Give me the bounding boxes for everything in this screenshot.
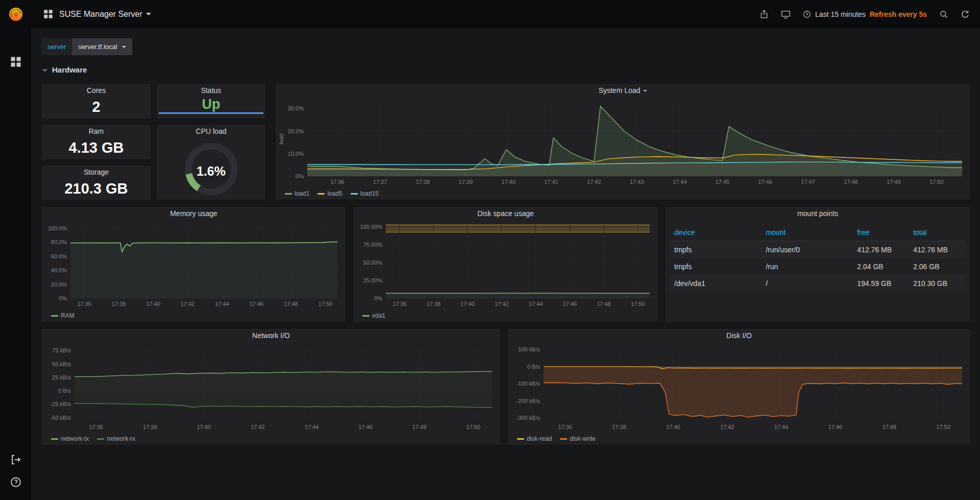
col-header-free[interactable]: free	[853, 224, 909, 241]
col-header-total[interactable]: total	[909, 224, 965, 241]
sidebar	[0, 0, 31, 500]
panel-title[interactable]: CPU load	[157, 125, 265, 138]
panel-title[interactable]: System Load	[276, 84, 970, 98]
svg-text:20.0%: 20.0%	[288, 128, 304, 134]
svg-text:17:45: 17:45	[716, 179, 730, 185]
search-icon[interactable]	[939, 10, 948, 19]
svg-text:-25 kB/s: -25 kB/s	[51, 401, 71, 407]
legend-item-network-rx[interactable]: network-rx	[97, 435, 135, 442]
time-picker[interactable]: Last 15 minutes Refresh every 5s	[803, 10, 927, 18]
dashboard-title[interactable]: SUSE Manager Server	[59, 10, 142, 19]
legend-item-disk-read[interactable]: disk-read	[517, 435, 552, 442]
table-cell: 2.06 GB	[909, 258, 965, 275]
legend-item-disk-write[interactable]: disk-write	[560, 435, 596, 442]
col-header-device[interactable]: device	[670, 224, 762, 241]
legend-item-vda1[interactable]: vda1	[362, 312, 385, 319]
svg-text:17:36: 17:36	[330, 179, 345, 185]
table-cell: /dev/vda1	[670, 275, 762, 292]
svg-text:0%: 0%	[296, 173, 304, 179]
row-title: Hardware	[52, 65, 87, 74]
memory-chart[interactable]: 0%20.0%40.0%60.0%80.0%100.0%17:3617:3817…	[44, 221, 341, 308]
svg-text:17:40: 17:40	[197, 424, 211, 430]
stat-value: Up	[157, 97, 265, 112]
svg-text:17:38: 17:38	[143, 424, 157, 430]
svg-text:17:46: 17:46	[828, 424, 843, 430]
legend-swatch	[362, 315, 370, 317]
help-icon[interactable]	[0, 471, 31, 493]
legend-label: load1	[295, 190, 309, 197]
panel-title[interactable]: Ram	[42, 125, 151, 138]
svg-text:load: load	[278, 134, 284, 145]
system-load-chart[interactable]: 0%10.0%20.0%30.0%17:3617:3717:3817:3917:…	[278, 98, 966, 186]
dashboard-grid-icon[interactable]	[43, 9, 53, 19]
svg-text:0%: 0%	[374, 295, 382, 301]
legend-item-load15[interactable]: load15	[351, 190, 379, 197]
svg-text:100.0%: 100.0%	[48, 225, 67, 231]
svg-text:17:37: 17:37	[373, 179, 387, 185]
disk-space-chart[interactable]: 0%25.00%50.00%75.00%100.00%17:3617:3817:…	[355, 221, 654, 308]
svg-text:75 kB/s: 75 kB/s	[52, 347, 71, 353]
sign-in-icon[interactable]	[0, 448, 31, 471]
chart-canvas[interactable]: 0%10.0%20.0%30.0%17:3617:3717:3817:3917:…	[278, 98, 966, 186]
apps-grid-icon[interactable]	[0, 51, 31, 73]
table-cell: 412.76 MB	[909, 241, 965, 258]
legend-item-network-tx[interactable]: network-tx	[51, 435, 89, 442]
table-cell: /run	[762, 258, 853, 275]
tv-icon[interactable]	[781, 10, 791, 19]
chart-canvas[interactable]: 0%20.0%40.0%60.0%80.0%100.0%17:3617:3817…	[44, 221, 341, 308]
table-cell: 194.59 GB	[853, 275, 909, 292]
legend-item-load5[interactable]: load5	[317, 190, 342, 197]
share-icon[interactable]	[760, 10, 769, 19]
panel-memory-usage: Memory usage 0%20.0%40.0%60.0%80.0%100.0…	[41, 206, 346, 322]
legend-item-load1[interactable]: load1	[285, 190, 309, 197]
svg-text:17:40: 17:40	[501, 179, 516, 185]
svg-text:17:40: 17:40	[460, 301, 475, 307]
col-header-mount[interactable]: mount	[762, 224, 853, 241]
panel-disk-space: Disk space usage 0%25.00%50.00%75.00%100…	[353, 206, 658, 322]
svg-text:17:50: 17:50	[929, 179, 944, 185]
svg-text:17:38: 17:38	[427, 301, 441, 307]
svg-text:100 kB/s: 100 kB/s	[518, 346, 540, 352]
disk-io-legend: disk-readdisk-write	[517, 435, 596, 442]
panel-title[interactable]: Disk I/O	[508, 329, 970, 343]
row-header-hardware[interactable]: Hardware	[42, 65, 87, 74]
legend-swatch	[351, 193, 358, 195]
panel-title[interactable]: mount points	[665, 207, 970, 221]
chevron-down-icon	[42, 67, 48, 73]
table-cell: 2.04 GB	[853, 258, 909, 275]
grafana-logo[interactable]	[0, 0, 31, 28]
variable-value-dropdown[interactable]: server.tf.local	[72, 38, 132, 55]
chart-canvas[interactable]: 100 kB/s0 B/s-100 kB/s-200 kB/s-300 kB/s…	[510, 343, 966, 432]
panel-title[interactable]: Disk space usage	[353, 207, 658, 221]
memory-legend: RAM	[51, 312, 75, 319]
svg-text:-50 kB/s: -50 kB/s	[51, 415, 71, 421]
panel-system-load: System Load 0%10.0%20.0%30.0%17:3617:371…	[275, 83, 971, 200]
svg-text:17:40: 17:40	[666, 424, 680, 430]
svg-text:17:50: 17:50	[318, 301, 333, 307]
system-load-legend: load1load5load15	[285, 190, 379, 197]
panel-title[interactable]: Status	[157, 84, 265, 98]
svg-text:17:36: 17:36	[558, 424, 573, 430]
svg-text:17:44: 17:44	[215, 301, 229, 307]
legend-label: network-tx	[61, 435, 89, 442]
panel-ram: Ram 4.13 GB	[41, 124, 151, 160]
network-io-chart[interactable]: 75 kB/s50 kB/s25 kB/s0 B/s-25 kB/s-50 kB…	[44, 343, 496, 432]
panel-title[interactable]: Storage	[42, 165, 151, 179]
gauge-value: 1.6%	[157, 164, 265, 179]
panel-title[interactable]: Network I/O	[42, 329, 500, 343]
network-io-legend: network-txnetwork-rx	[51, 435, 135, 442]
svg-text:75.00%: 75.00%	[363, 242, 383, 248]
disk-io-chart[interactable]: 100 kB/s0 B/s-100 kB/s-200 kB/s-300 kB/s…	[510, 343, 966, 432]
table-header-row: device mount free total	[670, 224, 965, 241]
chart-canvas[interactable]: 0%25.00%50.00%75.00%100.00%17:3617:3817:…	[355, 221, 654, 308]
legend-item-RAM[interactable]: RAM	[51, 312, 75, 319]
svg-text:30.0%: 30.0%	[288, 105, 304, 111]
panel-title-text: System Load	[599, 86, 641, 94]
chart-canvas[interactable]: 75 kB/s50 kB/s25 kB/s0 B/s-25 kB/s-50 kB…	[44, 343, 496, 432]
panel-title[interactable]: Memory usage	[42, 207, 346, 221]
panel-title[interactable]: Cores	[42, 84, 151, 98]
refresh-icon[interactable]	[961, 10, 970, 19]
svg-text:17:38: 17:38	[612, 424, 626, 430]
svg-text:17:46: 17:46	[358, 424, 373, 430]
stat-value: 4.13 GB	[42, 139, 151, 156]
